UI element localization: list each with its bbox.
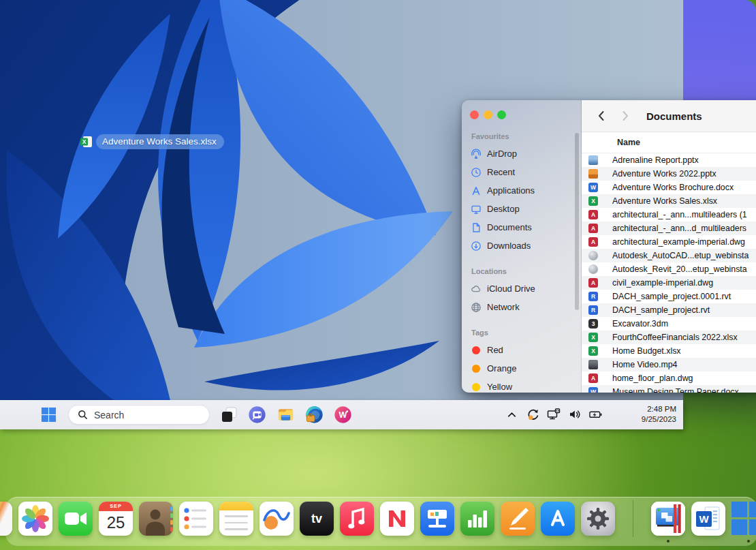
svg-text:X: X [82,138,86,145]
system-tray [505,408,603,421]
sidebar-item-documents[interactable]: Documents [462,218,581,236]
contacts-icon[interactable] [139,502,173,536]
tray-chevron-button[interactable] [505,408,518,421]
tray-network-button[interactable] [547,408,561,421]
cloud-icon [471,284,482,294]
sidebar-item-airdrop[interactable]: AirDrop [462,144,581,163]
taskbar-clock[interactable]: 2:48 PM 9/25/2023 [642,404,676,425]
dragged-file[interactable]: X Adventure Works Sales.xlsx [80,134,224,149]
word-file-icon: W [588,183,598,192]
photos-icon[interactable] [18,502,52,536]
file-row[interactable]: Adrenaline Report.pptx [582,153,756,167]
file-explorer-button[interactable] [277,406,295,424]
dwg-file-icon: A [588,237,598,247]
file-row[interactable]: XHome Budget.xlsx [582,344,756,358]
sidebar-item-downloads[interactable]: Downloads [462,236,581,255]
column-header-name: Name [617,138,640,147]
file-row[interactable]: Autodesk_AutoCAD...etup_webinsta [582,249,756,262]
zoom-button[interactable] [497,110,506,119]
news-icon[interactable] [380,502,414,536]
file-row[interactable]: WAdventure Works Brochure.docx [582,181,756,194]
tray-update-button[interactable] [526,408,539,421]
sidebar-item-tag-yellow[interactable]: Yellow [462,378,581,393]
revit-file-icon: R [588,292,598,301]
installer-file-icon [588,251,598,260]
file-row[interactable]: WMuseum Design Term Paper.docx [582,385,756,393]
screen: X Adventure Works Sales.xlsx Favourites … [0,0,756,550]
keynote-icon[interactable] [420,502,454,536]
pages-icon[interactable] [501,502,535,536]
sidebar-item-recent[interactable]: Recent [462,163,581,181]
sidebar-item-applications[interactable]: Applications [462,181,581,200]
parallels-desktop-icon[interactable] [651,502,685,536]
file-row[interactable]: Home Video.mp4 [582,358,756,371]
dock: SEP 25 [0,500,756,537]
calendar-month: SEP [99,502,133,511]
file-row[interactable]: 3Excavator.3dm [582,317,756,331]
list-column-header[interactable]: Name [582,132,756,153]
file-row[interactable]: Aarchitectural_-_ann...d_multileaders [582,221,756,235]
maps-icon[interactable] [0,502,12,536]
apple-tv-icon[interactable]: tv [300,502,334,536]
dwg-file-icon: A [588,210,598,219]
sidebar-item-label: Recent [487,167,515,177]
file-row[interactable]: RDACH_sample_project.rvt [582,303,756,317]
battery-charging-icon [589,408,603,421]
app-store-icon[interactable] [541,502,575,536]
notes-icon[interactable] [219,502,253,536]
document-icon [471,222,482,233]
sidebar-scrollbar[interactable] [575,133,579,310]
file-row[interactable]: Ahome_floor_plan.dwg [582,371,756,385]
forward-button[interactable] [618,108,633,123]
file-row[interactable]: Autodesk_Revit_20...etup_webinsta [582,262,756,276]
microsoft-word-icon[interactable]: W [691,502,725,536]
edge-browser-button[interactable] [305,406,324,424]
file-row[interactable]: Aarchitectural_-_ann...multileaders (1 [582,208,756,221]
installer-file-icon [588,264,598,274]
reminders-icon[interactable] [179,502,213,536]
system-settings-icon[interactable] [581,502,615,536]
calendar-icon[interactable]: SEP 25 [99,502,133,536]
dragged-file-label: Adventure Works Sales.xlsx [96,134,224,149]
sidebar-item-label: AirDrop [487,149,517,159]
file-row[interactable]: RDACH_sample_project.0001.rvt [582,290,756,303]
minimize-button[interactable] [484,110,492,119]
file-row[interactable]: XAdventure Works Sales.xlsx [582,194,756,208]
close-button[interactable] [470,110,479,119]
windows-11-icon[interactable] [731,502,756,536]
sidebar-item-label: Orange [487,363,516,373]
file-row[interactable]: XFourthCoffeeFinancials 2022.xlsx [582,331,756,344]
excel-file-icon: X [588,346,598,356]
w-badge-app-button[interactable]: W [334,406,352,424]
sidebar-item-network[interactable]: Network [462,298,581,316]
sidebar-item-desktop[interactable]: Desktop [462,200,581,218]
yellow-tag-icon [472,383,480,391]
file-row[interactable]: Adventure Works 2022.pptx [582,167,756,181]
tray-volume-button[interactable] [568,408,582,421]
facetime-icon[interactable] [59,502,93,536]
excel-file-icon: X [80,136,93,148]
word-glyph: W [699,513,709,525]
start-button[interactable] [41,407,57,423]
file-row[interactable]: Aarchitectural_example-imperial.dwg [582,235,756,249]
freeform-icon[interactable] [259,502,294,536]
back-button[interactable] [594,108,609,123]
sidebar-item-icloud-drive[interactable]: iCloud Drive [462,279,581,298]
music-icon[interactable] [340,502,374,536]
tray-battery-button[interactable] [589,408,603,421]
sidebar-section-locations: Locations [471,267,581,275]
excel-file-icon: X [588,196,598,206]
sidebar-section-tags: Tags [471,329,581,337]
finder-sidebar: Favourites AirDrop Recent Applications D… [462,100,582,393]
desktop-icon [471,204,482,215]
teams-chat-icon [248,406,266,424]
search-input[interactable]: Search [68,405,210,425]
sidebar-item-tag-orange[interactable]: Orange [462,359,581,378]
sidebar-item-label: Network [487,302,520,312]
numbers-icon[interactable] [460,502,494,536]
chat-button[interactable] [248,406,266,424]
sidebar-item-tag-red[interactable]: Red [462,341,581,359]
sidebar-item-label: Yellow [487,382,512,392]
file-row[interactable]: Acivil_example-imperial.dwg [582,276,756,290]
task-view-button[interactable] [220,406,238,424]
